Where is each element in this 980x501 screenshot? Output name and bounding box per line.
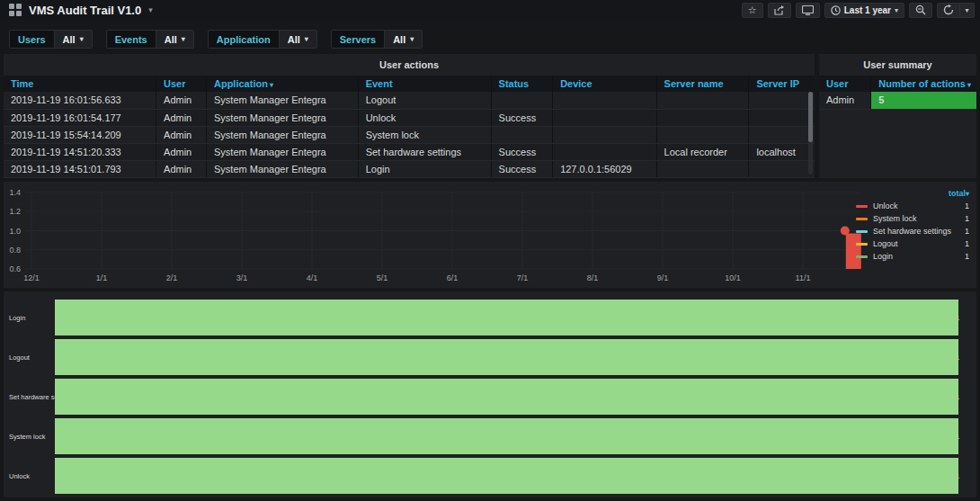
column-header-server-name[interactable]: Server name bbox=[656, 76, 749, 92]
column-header-event[interactable]: Event bbox=[358, 76, 491, 92]
time-picker-button[interactable]: Last 1 year ▾ bbox=[824, 3, 904, 18]
y-axis-label: 1.0 bbox=[9, 227, 21, 236]
legend-item-login[interactable]: Login1 bbox=[856, 250, 969, 263]
bar-category-label: Login bbox=[4, 314, 55, 322]
table-cell bbox=[656, 160, 749, 177]
user-summary-panel-title[interactable]: User summary bbox=[819, 54, 976, 76]
column-header-server-ip[interactable]: Server IP bbox=[749, 76, 815, 92]
share-button[interactable] bbox=[768, 3, 791, 18]
table-cell bbox=[749, 160, 815, 177]
table-cell: Admin bbox=[156, 143, 207, 160]
legend-series-name: Login bbox=[873, 252, 893, 261]
refresh-button[interactable] bbox=[937, 3, 960, 18]
table-scrollbar[interactable] bbox=[808, 92, 813, 174]
sort-caret-icon: ▾ bbox=[966, 81, 971, 89]
table-header-row: UserNumber of actions ▾ bbox=[819, 76, 976, 92]
bar-value-label: 1 bbox=[956, 433, 959, 441]
column-header-device[interactable]: Device bbox=[553, 76, 656, 92]
caret-down-icon: ▾ bbox=[80, 35, 84, 43]
cycle-view-button[interactable] bbox=[796, 3, 820, 18]
table-cell: 2019-11-19 14:51:01.793 bbox=[4, 160, 156, 177]
grafana-logo-icon[interactable] bbox=[9, 4, 22, 16]
legend-series-total: 1 bbox=[965, 227, 969, 236]
y-axis-label: 0.8 bbox=[9, 246, 21, 255]
user-summary-panel: User summary UserNumber of actions ▾Admi… bbox=[819, 54, 976, 178]
bar-category-label: Unlock bbox=[4, 472, 55, 480]
x-axis-label: 1/1 bbox=[96, 273, 108, 282]
bar-category-label: System lock bbox=[4, 433, 55, 441]
filter-label-events: Events bbox=[107, 31, 156, 48]
column-header-number-of-actions[interactable]: Number of actions ▾ bbox=[871, 76, 976, 92]
table-cell: System Manager Entegra bbox=[206, 160, 358, 177]
legend-item-set-hardware-settings[interactable]: Set hardware settings1 bbox=[856, 225, 969, 237]
bar-system-lock bbox=[55, 418, 958, 454]
column-header-application[interactable]: Application ▾ bbox=[206, 76, 358, 92]
y-axis-label: 1.4 bbox=[9, 188, 21, 197]
bar-row-system-lock: System lock1 bbox=[4, 416, 976, 456]
dashboard-title[interactable]: VMS Audit Trail V1.0 bbox=[29, 4, 141, 17]
bar-track: 1 bbox=[55, 339, 958, 375]
bar-category-label: Set hardware settings bbox=[4, 393, 55, 401]
legend-color-swatch bbox=[856, 243, 868, 246]
user-actions-panel-title[interactable]: User actions bbox=[4, 54, 815, 76]
time-picker-caret-icon: ▾ bbox=[895, 6, 898, 14]
table-cell: 2019-11-19 15:54:14.209 bbox=[4, 126, 156, 143]
table-cell bbox=[749, 126, 815, 143]
filter-value-servers[interactable]: All▾ bbox=[384, 31, 422, 48]
x-axis-label: 5/1 bbox=[377, 273, 388, 282]
x-axis-label: 12/1 bbox=[23, 273, 40, 282]
sort-caret-icon: ▾ bbox=[268, 81, 273, 89]
table-cell: 2019-11-19 16:01:56.633 bbox=[4, 92, 156, 109]
table-cell: Success bbox=[491, 160, 553, 177]
table-cell: System lock bbox=[358, 126, 491, 143]
bar-track: 1 bbox=[55, 379, 958, 415]
legend-item-system-lock[interactable]: System lock1 bbox=[856, 212, 969, 225]
filter-value-application[interactable]: All▾ bbox=[279, 31, 316, 48]
table-cell bbox=[656, 109, 749, 126]
table-scrollbar-thumb[interactable] bbox=[808, 92, 813, 142]
legend-total-header[interactable]: total▾ bbox=[856, 189, 969, 198]
table-cell bbox=[749, 109, 815, 126]
legend-item-unlock[interactable]: Unlock1 bbox=[856, 200, 969, 212]
table-row: 2019-11-19 16:01:56.633AdminSystem Manag… bbox=[4, 92, 815, 109]
x-axis-label: 3/1 bbox=[236, 273, 248, 282]
legend-series-total: 1 bbox=[965, 239, 969, 248]
column-header-time[interactable]: Time bbox=[4, 76, 156, 92]
refresh-button-group: ▾ bbox=[937, 3, 975, 18]
legend-series-name: Unlock bbox=[873, 201, 898, 210]
legend-item-logout[interactable]: Logout1 bbox=[856, 237, 969, 250]
star-icon: ☆ bbox=[748, 5, 757, 15]
topbar-left: VMS Audit Trail V1.0 ▾ bbox=[5, 4, 153, 17]
bar-track: 1 bbox=[55, 458, 958, 494]
table-cell: 2019-11-19 14:51:20.333 bbox=[4, 143, 156, 160]
table-cell: System Manager Entegra bbox=[206, 92, 358, 109]
zoom-out-button[interactable] bbox=[909, 3, 932, 18]
bar-unlock bbox=[55, 458, 958, 494]
time-series-plot: 1.41.21.00.80.612/11/12/13/14/15/16/17/1… bbox=[4, 182, 976, 288]
dashboard-title-caret-icon[interactable]: ▾ bbox=[148, 5, 153, 14]
share-icon bbox=[774, 5, 785, 15]
column-header-user[interactable]: User bbox=[819, 76, 871, 92]
column-header-status[interactable]: Status bbox=[491, 76, 553, 92]
filter-servers: ServersAll▾ bbox=[331, 30, 423, 49]
bar-row-logout: Logout1 bbox=[4, 337, 976, 377]
caret-down-icon: ▾ bbox=[410, 35, 414, 43]
star-button[interactable]: ☆ bbox=[742, 3, 763, 18]
table-cell bbox=[553, 109, 656, 126]
actions-over-time-panel: 1.41.21.00.80.612/11/12/13/14/15/16/17/1… bbox=[4, 182, 976, 288]
time-range-label: Last 1 year bbox=[844, 5, 891, 15]
actions-by-event-panel: Login1Logout1Set hardware settings1Syste… bbox=[4, 291, 976, 497]
bar-set-hardware-settings bbox=[55, 379, 958, 415]
filter-value-events[interactable]: All▾ bbox=[156, 31, 193, 48]
table-cell bbox=[553, 126, 656, 143]
table-cell: System Manager Entegra bbox=[206, 109, 358, 126]
legend-series-total: 1 bbox=[965, 201, 969, 210]
graph-legend: total▾ Unlock1System lock1Set hardware s… bbox=[856, 189, 969, 263]
column-header-user[interactable]: User bbox=[156, 76, 207, 92]
filter-events: EventsAll▾ bbox=[106, 30, 194, 49]
filter-value-users[interactable]: All▾ bbox=[54, 31, 92, 48]
table-cell: System Manager Entegra bbox=[206, 126, 358, 143]
bar-value-label: 1 bbox=[956, 353, 959, 362]
table-row: 2019-11-19 16:01:54.177AdminSystem Manag… bbox=[4, 109, 815, 126]
refresh-interval-button[interactable]: ▾ bbox=[960, 3, 975, 18]
